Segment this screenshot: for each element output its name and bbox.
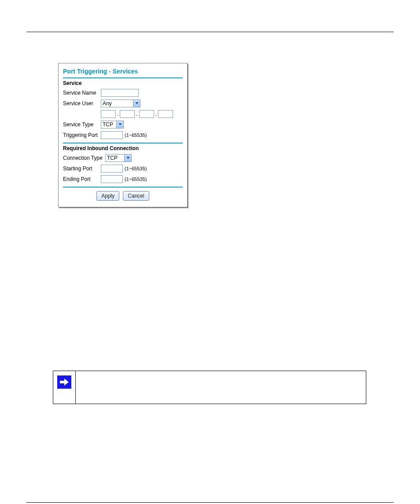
ending-port-hint: (1~65535) bbox=[125, 177, 147, 182]
service-name-input[interactable] bbox=[101, 89, 139, 97]
starting-port-label: Starting Port bbox=[63, 166, 101, 172]
triggering-port-hint: (1~65535) bbox=[125, 132, 147, 138]
connection-type-select[interactable]: TCP bbox=[105, 154, 132, 162]
ip-octet-4-input[interactable] bbox=[158, 110, 173, 118]
starting-port-input[interactable] bbox=[101, 165, 123, 173]
arrow-right-icon bbox=[57, 375, 71, 389]
service-type-label: Service Type bbox=[63, 121, 101, 128]
ip-dot: . bbox=[117, 111, 118, 117]
svg-marker-0 bbox=[135, 102, 139, 104]
ip-dot: . bbox=[155, 111, 157, 117]
footer-rule bbox=[26, 502, 394, 503]
ip-octet-3-input[interactable] bbox=[139, 110, 154, 118]
ending-port-input[interactable] bbox=[101, 175, 123, 183]
service-user-label: Service User bbox=[63, 100, 101, 107]
service-name-label: Service Name bbox=[63, 90, 101, 96]
ip-octet-2-input[interactable] bbox=[120, 110, 135, 118]
ip-dot: . bbox=[136, 111, 137, 117]
config-screenshot: Port Triggering - Services Service Servi… bbox=[58, 63, 188, 207]
service-user-select[interactable]: Any bbox=[101, 99, 140, 107]
ip-octet-1-input[interactable] bbox=[101, 110, 116, 118]
apply-button[interactable]: Apply bbox=[96, 191, 119, 201]
note-icon-cell bbox=[53, 371, 76, 404]
connection-type-value: TCP bbox=[107, 155, 124, 161]
triggering-port-label: Triggering Port bbox=[63, 132, 101, 138]
chevron-down-icon bbox=[124, 155, 131, 162]
triggering-port-input[interactable] bbox=[101, 131, 123, 139]
note-body bbox=[76, 371, 366, 404]
chevron-down-icon bbox=[116, 121, 123, 128]
ending-port-label: Ending Port bbox=[63, 176, 101, 182]
top-rule bbox=[26, 32, 394, 32]
inbound-heading: Required Inbound Connection bbox=[63, 145, 183, 151]
separator bbox=[63, 187, 183, 188]
separator bbox=[63, 143, 183, 143]
panel-title: Port Triggering - Services bbox=[63, 68, 183, 75]
svg-marker-3 bbox=[60, 379, 69, 386]
chevron-down-icon bbox=[133, 100, 140, 107]
svg-marker-2 bbox=[126, 157, 130, 159]
ip-address-row: . . . bbox=[101, 109, 183, 119]
starting-port-hint: (1~65535) bbox=[125, 166, 147, 171]
service-type-value: TCP bbox=[103, 121, 116, 128]
service-heading: Service bbox=[63, 80, 183, 86]
note-box bbox=[53, 371, 366, 404]
service-user-value: Any bbox=[103, 100, 133, 107]
connection-type-label: Connection Type bbox=[63, 155, 105, 161]
separator bbox=[63, 77, 183, 78]
service-type-select[interactable]: TCP bbox=[101, 121, 124, 129]
cancel-button[interactable]: Cancel bbox=[123, 191, 149, 201]
svg-marker-1 bbox=[118, 123, 122, 125]
